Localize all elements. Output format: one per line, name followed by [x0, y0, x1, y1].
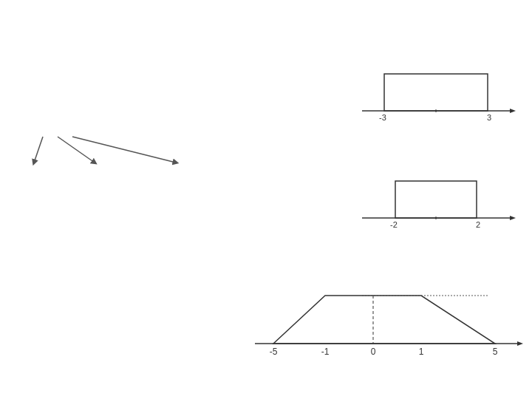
arrows-svg — [21, 133, 250, 174]
svg-marker-10 — [510, 216, 516, 220]
svg-text:-1: -1 — [321, 347, 330, 357]
svg-text:-2: -2 — [390, 220, 398, 229]
graph-x3: -5 -1 0 1 5 — [251, 273, 525, 369]
svg-text:0: 0 — [371, 347, 376, 357]
svg-marker-17 — [273, 296, 495, 344]
svg-text:5: 5 — [493, 347, 498, 357]
svg-rect-11 — [395, 181, 477, 218]
graph-x2: -2 2 — [355, 155, 517, 236]
svg-text:1: 1 — [419, 347, 424, 357]
svg-text:3: 3 — [487, 113, 491, 122]
svg-text:-3: -3 — [379, 113, 386, 122]
svg-line-0 — [34, 137, 43, 163]
svg-text:2: 2 — [476, 220, 480, 229]
graph-x1: -3 3 — [355, 48, 517, 129]
svg-rect-5 — [384, 74, 488, 111]
svg-marker-16 — [517, 341, 523, 346]
svg-marker-4 — [510, 109, 516, 113]
svg-line-2 — [72, 137, 176, 163]
svg-text:-5: -5 — [270, 347, 278, 357]
